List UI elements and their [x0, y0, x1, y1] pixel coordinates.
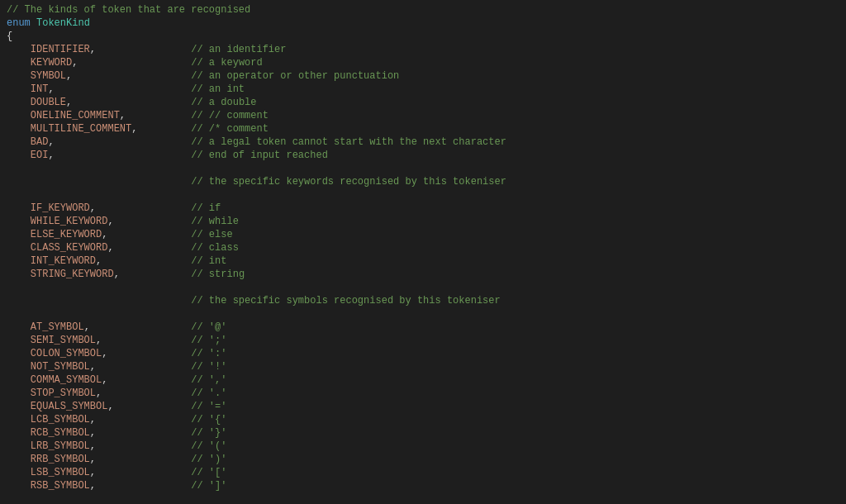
line-content: // the specific keywords recognised by t… — [0, 175, 846, 188]
table-row: IDENTIFIER, // an identifier — [0, 43, 846, 56]
line-content — [0, 307, 846, 321]
line-content — [0, 492, 846, 504]
table-row: CLASS_KEYWORD, // class — [0, 241, 846, 254]
line-content: ONELINE_COMMENT, // // comment — [0, 109, 846, 122]
table-row: MULTILINE_COMMENT, // /* comment — [0, 122, 846, 136]
code-lines: // The kinds of token that are recognise… — [0, 3, 846, 504]
table-row: AT_SYMBOL, // '@' — [0, 321, 846, 334]
line-content: CLASS_KEYWORD, // class — [0, 241, 846, 254]
table-row — [0, 188, 846, 202]
table-row: KEYWORD, // a keyword — [0, 56, 846, 69]
table-row: STOP_SYMBOL, // '.' — [0, 387, 846, 400]
line-content: SYMBOL, // an operator or other punctuat… — [0, 69, 846, 83]
line-content: IDENTIFIER, // an identifier — [0, 43, 846, 56]
line-content: EQUALS_SYMBOL, // '=' — [0, 400, 846, 413]
table-row — [0, 307, 846, 321]
line-content — [0, 162, 846, 175]
line-content: WHILE_KEYWORD, // while — [0, 215, 846, 228]
line-content: DOUBLE, // a double — [0, 96, 846, 109]
table-row: INT, // an int — [0, 83, 846, 96]
line-content: // the specific symbols recognised by th… — [0, 294, 846, 307]
table-row: SEMI_SYMBOL, // ';' — [0, 334, 846, 347]
table-row: LSB_SYMBOL, // '[' — [0, 466, 846, 479]
line-content: ELSE_KEYWORD, // else — [0, 228, 846, 241]
table-row: enum TokenKind — [0, 17, 846, 30]
line-content: { — [0, 30, 846, 43]
table-row: DOUBLE, // a double — [0, 96, 846, 109]
line-content: AT_SYMBOL, // '@' — [0, 321, 846, 334]
table-row: INT_KEYWORD, // int — [0, 254, 846, 268]
line-content: STRING_KEYWORD, // string — [0, 268, 846, 281]
code-editor[interactable]: // The kinds of token that are recognise… — [0, 0, 846, 504]
table-row: LCB_SYMBOL, // '{' — [0, 413, 846, 426]
table-row — [0, 281, 846, 294]
table-row: EOI, // end of input reached — [0, 149, 846, 162]
table-row: LRB_SYMBOL, // '(' — [0, 440, 846, 453]
table-row: BAD, // a legal token cannot start with … — [0, 136, 846, 149]
table-row — [0, 162, 846, 175]
line-content: LRB_SYMBOL, // '(' — [0, 440, 846, 453]
line-content: STOP_SYMBOL, // '.' — [0, 387, 846, 400]
table-row: ELSE_KEYWORD, // else — [0, 228, 846, 241]
table-row: RCB_SYMBOL, // '}' — [0, 426, 846, 440]
table-row: SYMBOL, // an operator or other punctuat… — [0, 69, 846, 83]
table-row: RRB_SYMBOL, // ')' — [0, 453, 846, 466]
table-row: RSB_SYMBOL, // ']' — [0, 479, 846, 492]
line-content: IF_KEYWORD, // if — [0, 202, 846, 215]
line-content: LCB_SYMBOL, // '{' — [0, 413, 846, 426]
line-content: MULTILINE_COMMENT, // /* comment — [0, 122, 846, 136]
line-content: SEMI_SYMBOL, // ';' — [0, 334, 846, 347]
table-row: EQUALS_SYMBOL, // '=' — [0, 400, 846, 413]
line-content: LSB_SYMBOL, // '[' — [0, 466, 846, 479]
table-row: ONELINE_COMMENT, // // comment — [0, 109, 846, 122]
table-row: // the specific keywords recognised by t… — [0, 175, 846, 188]
table-row: STRING_KEYWORD, // string — [0, 268, 846, 281]
table-row: IF_KEYWORD, // if — [0, 202, 846, 215]
line-content: BAD, // a legal token cannot start with … — [0, 136, 846, 149]
line-content: INT, // an int — [0, 83, 846, 96]
line-content: // The kinds of token that are recognise… — [0, 3, 846, 17]
line-content: enum TokenKind — [0, 17, 846, 30]
line-content — [0, 281, 846, 294]
line-content: COLON_SYMBOL, // ':' — [0, 347, 846, 360]
line-content — [0, 188, 846, 202]
line-content: RRB_SYMBOL, // ')' — [0, 453, 846, 466]
table-row: // the specific symbols recognised by th… — [0, 294, 846, 307]
table-row: COLON_SYMBOL, // ':' — [0, 347, 846, 360]
line-content: RSB_SYMBOL, // ']' — [0, 479, 846, 492]
line-content: RCB_SYMBOL, // '}' — [0, 426, 846, 440]
table-row — [0, 492, 846, 504]
table-row: NOT_SYMBOL, // '!' — [0, 360, 846, 373]
table-row: { — [0, 30, 846, 43]
line-content: KEYWORD, // a keyword — [0, 56, 846, 69]
table-row: // The kinds of token that are recognise… — [0, 3, 846, 17]
line-content: INT_KEYWORD, // int — [0, 254, 846, 268]
table-row: COMMA_SYMBOL, // ',' — [0, 373, 846, 387]
line-content: COMMA_SYMBOL, // ',' — [0, 373, 846, 387]
table-row: WHILE_KEYWORD, // while — [0, 215, 846, 228]
line-content: EOI, // end of input reached — [0, 149, 846, 162]
line-content: NOT_SYMBOL, // '!' — [0, 360, 846, 373]
